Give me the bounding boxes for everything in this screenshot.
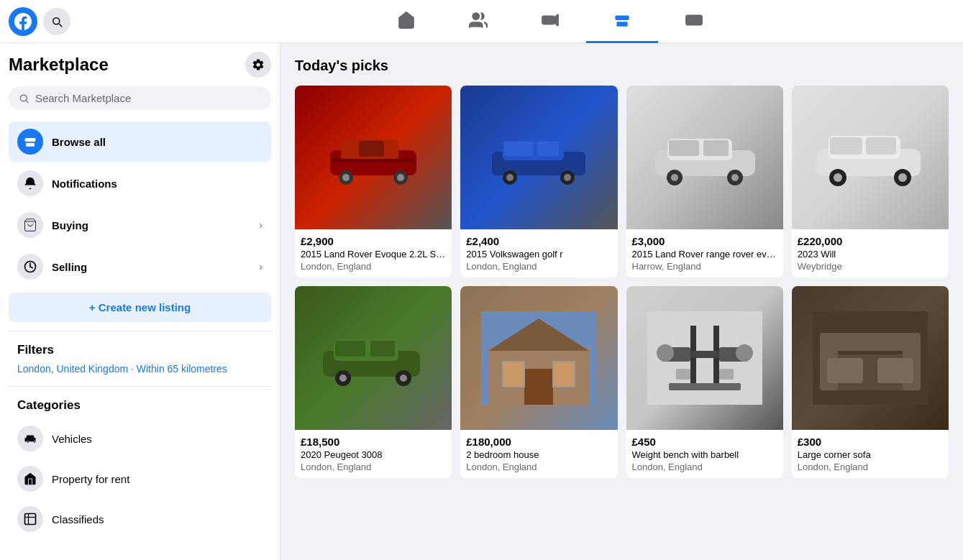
listing-card[interactable]: £3,000 2015 Land Rover range rover evoqu… (626, 86, 783, 277)
category-property-for-rent[interactable]: Property for rent (17, 459, 263, 499)
svg-rect-73 (827, 358, 863, 383)
settings-button[interactable] (245, 52, 271, 78)
buying-label: Buying (52, 219, 250, 231)
category-vehicles[interactable]: Vehicles (17, 418, 263, 459)
svg-rect-1 (542, 17, 554, 24)
categories-title: Categories (17, 398, 263, 413)
listings-grid: £2,900 2015 Land Rover Evoque 2.2L SD4 P… (295, 86, 949, 478)
svg-rect-49 (370, 341, 395, 357)
listing-price: £3,000 (632, 235, 777, 247)
listing-location: London, England (301, 462, 446, 472)
listing-title: 2015 Land Rover range rover evoque (632, 249, 777, 260)
listing-card[interactable]: £2,900 2015 Land Rover Evoque 2.2L SD4 P… (295, 86, 452, 277)
listing-image (460, 286, 617, 430)
listing-title: Large corner sofa (798, 449, 943, 460)
selling-label: Selling (52, 261, 250, 273)
listing-info: £450 Weight bench with barbell London, E… (626, 430, 783, 478)
listing-location: London, England (632, 462, 777, 472)
listing-image (295, 86, 452, 229)
facebook-logo[interactable] (9, 7, 37, 36)
nav-marketplace-button[interactable] (586, 0, 658, 43)
svg-rect-41 (866, 137, 896, 155)
filters-title: Filters (17, 343, 263, 357)
svg-rect-64 (669, 383, 741, 390)
search-bar[interactable] (9, 86, 271, 110)
listing-price: £300 (798, 436, 943, 448)
svg-point-31 (731, 174, 739, 181)
buying-chevron: › (259, 219, 263, 231)
notifications-icon (17, 170, 43, 196)
buying-icon (17, 212, 43, 238)
listing-card[interactable]: £220,000 2023 Will Weybridge (792, 86, 949, 277)
nav-left (0, 7, 280, 36)
divider-2 (9, 386, 271, 387)
sidebar-title: Marketplace (9, 55, 109, 75)
browse-all-icon (17, 129, 43, 155)
vehicles-icon (17, 426, 43, 451)
sidebar-item-browse-all[interactable]: Browse all (9, 121, 271, 162)
listing-card[interactable]: £300 Large corner sofa London, England (792, 286, 949, 478)
listing-card[interactable]: £450 Weight bench with barbell London, E… (626, 286, 783, 478)
svg-point-39 (898, 173, 907, 182)
nav-video-button[interactable] (514, 0, 586, 43)
svg-rect-7 (25, 514, 36, 525)
selling-chevron: › (259, 261, 263, 272)
listing-price: £450 (632, 436, 777, 448)
filters-section: Filters London, United Kingdom · Within … (9, 340, 271, 377)
vehicles-label: Vehicles (52, 433, 92, 445)
search-nav-button[interactable] (43, 8, 70, 35)
sidebar-item-selling[interactable]: Selling › (9, 247, 271, 287)
notifications-label: Notifications (52, 178, 263, 190)
listing-price: £220,000 (798, 235, 943, 247)
svg-rect-25 (537, 142, 559, 156)
nav-gaming-button[interactable] (658, 0, 730, 43)
listing-card[interactable]: £2,400 2015 Volkswagen golf r London, En… (460, 86, 617, 277)
svg-rect-66 (719, 369, 734, 380)
listing-info: £180,000 2 bedroom house London, England (460, 430, 617, 478)
listing-image (792, 286, 949, 430)
svg-rect-17 (332, 159, 415, 162)
svg-point-68 (736, 344, 753, 362)
nav-friends-button[interactable] (442, 0, 514, 43)
sidebar-item-buying[interactable]: Buying › (9, 205, 271, 245)
listing-price: £18,500 (301, 436, 446, 448)
svg-line-5 (26, 100, 28, 102)
svg-rect-24 (504, 142, 533, 156)
sidebar-header: Marketplace (9, 52, 271, 78)
sidebar: Marketplace Browse all (0, 43, 280, 560)
main-content: Marketplace Browse all (0, 43, 963, 560)
listing-title: 2015 Volkswagen golf r (466, 249, 611, 260)
svg-point-47 (400, 375, 407, 382)
listing-title: Weight bench with barbell (632, 449, 777, 460)
svg-point-4 (20, 95, 27, 101)
listing-info: £2,900 2015 Land Rover Evoque 2.2L SD4 P… (295, 229, 452, 277)
create-listing-button[interactable]: + Create new listing (9, 293, 271, 322)
property-for-rent-label: Property for rent (52, 473, 129, 485)
svg-point-23 (564, 174, 571, 181)
nav-home-button[interactable] (370, 0, 442, 43)
search-icon (19, 93, 29, 104)
listing-image (626, 86, 783, 229)
category-classifieds[interactable]: Classifieds (17, 499, 263, 539)
listing-price: £2,400 (466, 235, 611, 247)
listing-card[interactable]: £18,500 2020 Peugeot 3008 London, Englan… (295, 286, 452, 478)
svg-point-45 (339, 375, 347, 382)
create-listing-label: + Create new listing (89, 301, 191, 313)
listing-price: £180,000 (466, 436, 611, 448)
listing-info: £18,500 2020 Peugeot 3008 London, Englan… (295, 430, 452, 478)
listing-location: Weybridge (798, 261, 943, 272)
listing-image (460, 86, 617, 229)
location-filter[interactable]: London, United Kingdom · Within 65 kilom… (17, 363, 263, 375)
listing-info: £220,000 2023 Will Weybridge (792, 229, 949, 277)
search-input[interactable] (35, 92, 261, 104)
classifieds-icon (17, 506, 43, 532)
listing-card[interactable]: £180,000 2 bedroom house London, England (460, 286, 617, 478)
section-title: Today's picks (295, 58, 949, 74)
listing-image (295, 286, 452, 430)
sidebar-item-notifications[interactable]: Notifications (9, 163, 271, 203)
divider-1 (9, 331, 271, 331)
listing-image (792, 86, 949, 229)
listing-location: Harrow, England (632, 261, 777, 272)
svg-point-13 (342, 174, 350, 181)
svg-rect-16 (359, 141, 384, 157)
